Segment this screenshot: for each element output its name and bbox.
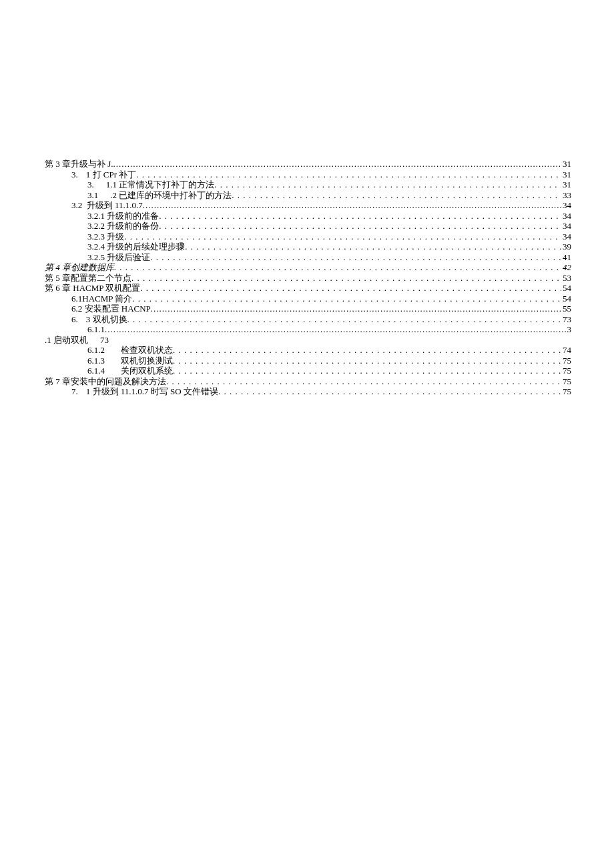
toc-page: 42 [561,263,571,272]
toc-entry: 6.1.2检查双机状态 74 [45,346,571,356]
toc-label: 6.1HACMP 简介 [71,294,132,303]
toc-entry: 第 4 章创建数据库 42 [45,263,571,274]
toc-page: 54 [561,284,571,292]
toc-label: .1 启动双机73 [45,336,109,344]
toc-label: 6.1.3双机切换测试 [87,356,173,365]
toc-entry: 7.1 升级到 11.1.0.7 时写 SO 文件错误 75 [45,387,571,398]
toc-label: 3.1.2 已建库的环境中打补丁的方法 [87,191,232,199]
toc-label: 3.1.1 正常情况下打补丁的方法 [87,180,214,189]
toc-label: 6.1.1 [87,325,105,334]
toc-dots [140,284,561,292]
toc-label: 3.2.1 升级前的准备 [87,211,159,220]
toc-page: 31 [561,170,571,179]
toc-dots [218,387,561,396]
toc-dots [173,346,561,354]
toc-label: 3.2.3 升级 [87,232,124,241]
toc-entry: 6.1HACMP 简介 54 [45,294,571,305]
toc-label: 第 6 章 HACMP 双机配置 [45,284,140,292]
toc-label: 第 7 章安装中的问题及解决方法 [45,377,166,386]
toc-page: 39 [561,242,571,251]
toc-dots [232,191,561,199]
toc-label: 3.1 打 CPr 补丁 [71,170,136,179]
toc-entry: 3.1.2 已建库的环境中打补丁的方法 33 [45,191,571,201]
toc-dots [159,222,561,230]
toc-dots [131,274,561,282]
toc-container: 第 3 章升级与补 J. 31 3.1 打 CPr 补丁 31 3.1.1 正常… [0,0,614,398]
toc-entry: 3.1 打 CPr 补丁 31 [45,170,571,181]
toc-page: 34 [561,222,571,230]
toc-page: 31 [561,180,571,189]
toc-dots [166,377,561,386]
toc-dots [214,180,561,189]
toc-dots [114,263,561,272]
toc-page: 55 [561,304,571,313]
toc-label: 6.1.4关闭双机系统 [87,366,173,375]
toc-page: 34 [561,211,571,220]
toc-dots [143,201,561,209]
toc-dots [159,211,561,220]
toc-page: 54 [561,294,571,303]
toc-label: 3.2.4 升级的后续处理步骤 [87,242,185,251]
toc-page: 3 [566,325,572,334]
toc-dots [151,304,561,313]
toc-entry: 3.1.1 正常情况下打补丁的方法 31 [45,180,571,191]
toc-dots [132,294,561,303]
toc-page: 75 [561,377,571,386]
toc-page: 75 [561,366,571,375]
toc-label: 6.1.2检查双机状态 [87,346,173,354]
toc-entry: 第 3 章升级与补 J. 31 [45,159,571,170]
toc-label: 第 3 章升级与补 J. [45,159,113,168]
toc-label: 3.2 升级到 11.1.0.7 [71,201,143,209]
toc-dots [105,325,566,334]
toc-page: 74 [561,346,571,354]
toc-entry: 6.1.1 3 [45,325,571,336]
toc-entry: 6.1.3双机切换测试 75 [45,356,571,367]
toc-label: 第 5 章配置第二个节点 [45,274,131,282]
toc-label: 3.2.2 升级前的备份 [87,222,159,230]
toc-entry: 3.2 升级到 11.1.0.7 34 [45,201,571,211]
toc-label: 第 4 章创建数据库 [45,263,114,272]
toc-page: 31 [561,159,571,168]
toc-dots [150,253,561,262]
toc-page: 73 [561,315,571,324]
toc-entry: 6.2 安装配置 HACNP 55 [45,304,571,315]
toc-page: 41 [561,253,571,262]
toc-label: 3.2.5 升级后验证 [87,253,150,262]
toc-page: 75 [561,387,571,396]
toc-page: 53 [561,274,571,282]
toc-entry: 第 6 章 HACMP 双机配置 54 [45,284,571,294]
toc-dots [173,366,561,375]
toc-dots [185,242,561,251]
toc-page: 75 [561,356,571,365]
toc-entry: 3.2.2 升级前的备份 34 [45,222,571,232]
toc-entry: 6.1.4关闭双机系统 75 [45,366,571,377]
toc-label: 6.2 安装配置 HACNP [71,304,151,313]
toc-dots [173,356,561,365]
toc-page: 33 [561,191,571,199]
toc-page: 34 [561,232,571,241]
toc-entry: 6.3 双机切换 73 [45,315,571,326]
toc-label: 7.1 升级到 11.1.0.7 时写 SO 文件错误 [71,387,218,396]
toc-entry: 3.2.1 升级前的准备 34 [45,211,571,222]
toc-dots [136,170,561,179]
toc-dots [113,159,561,168]
toc-dots [124,232,561,241]
toc-entry: .1 启动双机73 [45,336,571,346]
toc-entry: 3.2.5 升级后验证 41 [45,253,571,264]
toc-entry: 3.2.4 升级的后续处理步骤 39 [45,242,571,253]
toc-entry: 3.2.3 升级 34 [45,232,571,243]
toc-dots [127,315,562,324]
toc-page: 34 [561,201,571,209]
toc-label: 6.3 双机切换 [71,315,127,324]
toc-entry: 第 5 章配置第二个节点 53 [45,274,571,284]
toc-entry: 第 7 章安装中的问题及解决方法 75 [45,377,571,388]
